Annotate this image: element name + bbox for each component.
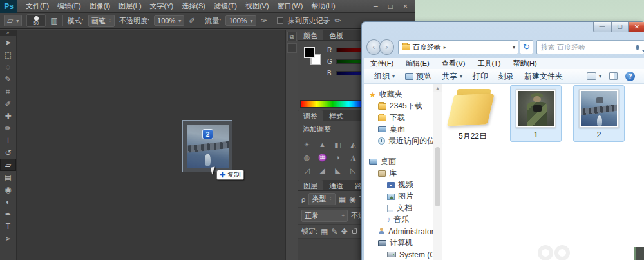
sidebar-item-documents[interactable]: 文档 bbox=[387, 203, 412, 214]
sidebar-item-pictures[interactable]: 图片 bbox=[387, 191, 413, 202]
menu-view[interactable]: 查看(V) bbox=[442, 59, 466, 68]
lock-all-icon[interactable] bbox=[352, 230, 357, 234]
breadcrumb[interactable]: 百度经验 bbox=[413, 43, 441, 52]
tab-adjustments[interactable]: 调整 bbox=[298, 110, 323, 121]
forward-button[interactable]: › bbox=[379, 39, 394, 55]
sidebar-item-computer[interactable]: 计算机 bbox=[378, 237, 413, 248]
sidebar-item-system-c[interactable]: System (C:) bbox=[387, 249, 440, 260]
dragged-image-ghost[interactable]: 2 ✚ 复制 bbox=[182, 120, 232, 172]
tab-channels[interactable]: 通道 bbox=[323, 180, 349, 190]
lock-pixels-icon[interactable]: ✎ bbox=[331, 227, 337, 236]
ps-menu-layer[interactable]: 图层(L) bbox=[118, 1, 141, 11]
ps-canvas[interactable]: 2 ✚ 复制 bbox=[17, 30, 285, 260]
search-input[interactable] bbox=[537, 43, 636, 51]
filter-pixel-icon[interactable]: ▦ bbox=[339, 195, 346, 204]
brush-size-picker[interactable]: 50 bbox=[26, 14, 46, 27]
image-item-2[interactable]: 2 bbox=[573, 85, 625, 142]
sidebar-item-music[interactable]: ♪音乐 bbox=[387, 214, 410, 225]
ps-menu-filter[interactable]: 滤镜(T) bbox=[214, 1, 237, 11]
threshold-adjustment-icon[interactable]: ◣ bbox=[332, 166, 343, 175]
image-item-1[interactable]: 1 bbox=[510, 85, 562, 142]
toolbox-collapse-icon[interactable]: » bbox=[0, 30, 16, 36]
menu-edit[interactable]: 编辑(E) bbox=[406, 59, 430, 68]
lock-position-icon[interactable]: ✥ bbox=[341, 227, 347, 236]
scroll-up-icon[interactable]: ▲ bbox=[433, 84, 442, 92]
sidebar-scrollbar[interactable]: ▲ bbox=[433, 84, 442, 260]
explorer-close-button[interactable]: ✕ bbox=[629, 22, 644, 32]
sidebar-item-libraries[interactable]: 库 bbox=[378, 168, 397, 179]
tool-gradient[interactable]: ▤ bbox=[0, 171, 16, 183]
organize-button[interactable]: 组织 ▾ bbox=[374, 71, 395, 82]
tool-blur[interactable]: ◉ bbox=[0, 183, 16, 195]
breadcrumb-arrow-icon[interactable]: ▸ bbox=[444, 45, 446, 50]
foreground-color-swatch[interactable] bbox=[304, 47, 315, 58]
tool-healing-brush[interactable]: ✚ bbox=[0, 110, 16, 122]
levels-adjustment-icon[interactable]: ▲ bbox=[317, 140, 328, 150]
blend-mode-select[interactable]: 正常 ÷ bbox=[301, 210, 348, 222]
tool-brush[interactable]: ✏ bbox=[0, 122, 16, 134]
menu-help[interactable]: 帮助(H) bbox=[513, 59, 536, 68]
tool-quick-selection[interactable]: ✎ bbox=[0, 73, 16, 85]
tool-dodge[interactable]: ◐ bbox=[0, 195, 16, 208]
address-bar[interactable]: 百度经验 ▸ ▾ bbox=[398, 40, 518, 54]
sidebar-item-recent-places[interactable]: 最近访问的位置 bbox=[378, 135, 442, 146]
tool-pen[interactable]: ✒ bbox=[0, 208, 16, 220]
ps-menu-type[interactable]: 文字(Y) bbox=[150, 1, 174, 11]
preview-pane-toggle-icon[interactable] bbox=[609, 72, 618, 80]
mode-select[interactable]: 画笔 ÷ bbox=[88, 15, 115, 27]
posterize-adjustment-icon[interactable]: ◢ bbox=[317, 166, 328, 175]
flow-select[interactable]: 100% ▾ bbox=[225, 15, 256, 26]
share-button[interactable]: 共享 ▾ bbox=[442, 71, 462, 82]
eraser-tool-preset[interactable]: ▱ ▾ bbox=[4, 15, 22, 26]
ps-close-button[interactable]: × bbox=[403, 2, 408, 11]
views-button[interactable]: ▾ bbox=[587, 72, 601, 80]
filter-adjustment-icon[interactable]: ◉ bbox=[349, 195, 355, 204]
ps-minimize-button[interactable]: – bbox=[374, 2, 378, 11]
exposure-adjustment-icon[interactable]: ◭ bbox=[348, 140, 359, 150]
tab-swatches[interactable]: 色板 bbox=[323, 30, 349, 40]
ps-menu-help[interactable]: 帮助(H) bbox=[311, 1, 335, 11]
black-white-adjustment-icon[interactable]: ◑ bbox=[332, 153, 343, 163]
address-dropdown-icon[interactable]: ▾ bbox=[513, 45, 515, 50]
color-balance-adjustment-icon[interactable]: ♒ bbox=[317, 153, 328, 163]
explorer-minimize-button[interactable]: — bbox=[593, 22, 611, 32]
search-box[interactable] bbox=[536, 40, 644, 54]
tool-move[interactable]: ➤ bbox=[0, 36, 16, 48]
folder-item-may22[interactable]: 5月22日 bbox=[447, 86, 498, 144]
dock-info-panel-icon[interactable]: ☰ bbox=[287, 43, 297, 53]
menu-file[interactable]: 文件(F) bbox=[370, 59, 393, 68]
refresh-button[interactable]: ↻ bbox=[520, 40, 533, 54]
sidebar-item-downloads[interactable]: 下载 bbox=[378, 112, 405, 123]
airbrush-icon[interactable]: ✑ bbox=[261, 16, 267, 25]
menu-tools[interactable]: 工具(T) bbox=[477, 59, 500, 68]
preview-button[interactable]: 预览 bbox=[405, 71, 431, 82]
sidebar-item-desktop-fav[interactable]: 桌面 bbox=[378, 124, 405, 135]
tool-path-selection[interactable]: ➢ bbox=[0, 232, 16, 245]
dock-properties-panel-icon[interactable]: ⧉ bbox=[287, 32, 297, 41]
brush-panel-icon[interactable]: ✏ bbox=[335, 16, 341, 25]
sidebar-item-desktop[interactable]: 桌面 bbox=[369, 156, 396, 167]
invert-adjustment-icon[interactable]: ◿ bbox=[301, 166, 312, 175]
lock-transparency-icon[interactable]: ▦ bbox=[321, 227, 328, 236]
ps-menu-image[interactable]: 图像(I) bbox=[90, 1, 110, 11]
layer-filter-select[interactable]: 类型 ÷ bbox=[308, 193, 335, 205]
tab-styles[interactable]: 样式 bbox=[323, 110, 349, 121]
explorer-maximize-button[interactable]: ▢ bbox=[611, 22, 629, 32]
ps-menu-file[interactable]: 文件(F) bbox=[26, 1, 49, 11]
ps-maximize-button[interactable]: □ bbox=[388, 2, 393, 11]
scrollbar-thumb[interactable] bbox=[435, 147, 440, 206]
new-folder-button[interactable]: 新建文件夹 bbox=[524, 71, 563, 82]
tab-color[interactable]: 颜色 bbox=[298, 30, 323, 40]
ps-menu-edit[interactable]: 编辑(E) bbox=[57, 1, 81, 11]
print-button[interactable]: 打印 bbox=[473, 71, 488, 82]
tool-marquee[interactable]: ⬚ bbox=[0, 48, 16, 61]
brightness-adjustment-icon[interactable]: ☀ bbox=[301, 140, 312, 150]
photo-filter-adjustment-icon[interactable]: ◮ bbox=[348, 153, 359, 163]
toggle-brush-panel-icon[interactable]: ▥ bbox=[50, 16, 57, 25]
sidebar-item-administrator[interactable]: Administrator bbox=[378, 226, 434, 237]
erase-to-history-checkbox[interactable] bbox=[277, 17, 283, 24]
sidebar-item-favorites[interactable]: ★收藏夹 bbox=[369, 89, 402, 100]
burn-button[interactable]: 刻录 bbox=[498, 71, 514, 82]
ps-menu-select[interactable]: 选择(S) bbox=[182, 1, 205, 11]
pressure-opacity-icon[interactable]: ✐ bbox=[189, 16, 195, 25]
